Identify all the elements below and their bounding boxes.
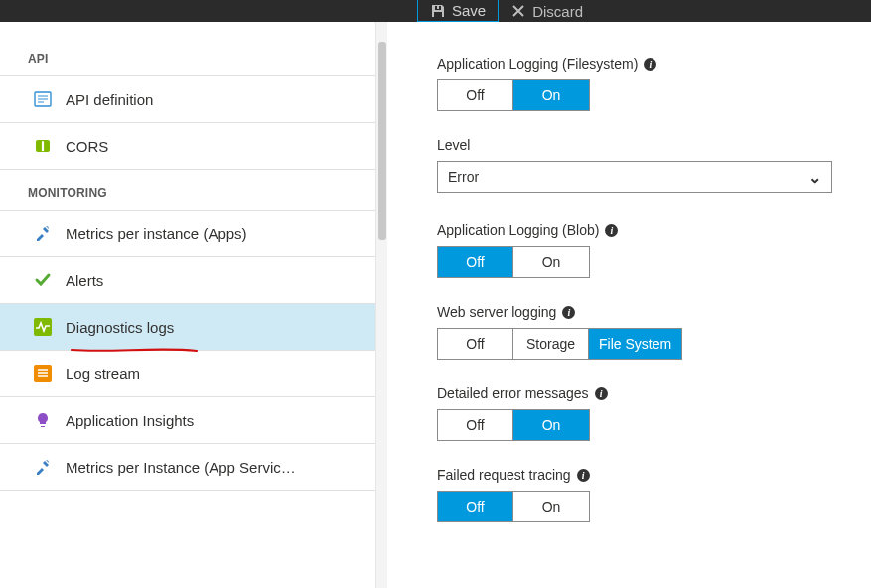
sidebar-item-label: Diagnostics logs xyxy=(66,319,174,336)
settings-pane: Application Logging (Filesystem) i Off O… xyxy=(387,22,871,548)
toggle-off[interactable]: Off xyxy=(438,247,513,277)
level-value: Error xyxy=(448,169,479,185)
toggle-storage[interactable]: Storage xyxy=(513,329,589,359)
tools-icon xyxy=(34,458,52,476)
close-icon xyxy=(510,3,526,19)
toggle-on[interactable]: On xyxy=(513,247,589,277)
info-icon[interactable]: i xyxy=(644,58,656,71)
toggle-off[interactable]: Off xyxy=(438,80,513,110)
toggle-off[interactable]: Off xyxy=(438,492,513,521)
cors-icon xyxy=(34,137,52,155)
pulse-icon xyxy=(34,318,52,336)
sidebar-item-label: CORS xyxy=(66,138,108,155)
section-api-header: API xyxy=(0,36,375,75)
api-definition-icon xyxy=(34,90,52,108)
app-logging-fs-toggle[interactable]: Off On xyxy=(437,79,590,111)
app-logging-blob-toggle[interactable]: Off On xyxy=(437,246,590,278)
sidebar-item-label: Metrics per Instance (App Servic… xyxy=(66,459,296,476)
save-label: Save xyxy=(452,2,486,19)
sidebar-item-label: Alerts xyxy=(66,272,103,289)
sidebar-item-label: Log stream xyxy=(66,366,140,382)
toggle-filesystem[interactable]: File System xyxy=(589,329,681,359)
detailed-errors-label: Detailed error messages i xyxy=(437,385,853,401)
discard-label: Discard xyxy=(532,3,583,20)
chevron-down-icon: ⌄ xyxy=(808,168,821,187)
failed-request-label: Failed request tracing i xyxy=(437,467,853,483)
svg-point-2 xyxy=(42,149,44,151)
toggle-off[interactable]: Off xyxy=(438,329,513,359)
web-server-logging-toggle[interactable]: Off Storage File System xyxy=(437,328,682,360)
discard-button[interactable]: Discard xyxy=(499,0,595,22)
sidebar-item-cors[interactable]: CORS xyxy=(0,123,375,170)
info-icon[interactable]: i xyxy=(562,306,575,319)
toggle-off[interactable]: Off xyxy=(438,410,513,440)
sidebar-item-log-stream[interactable]: Log stream xyxy=(0,351,375,397)
sidebar: API API definition CORS MONITORING Metri… xyxy=(0,22,375,588)
bulb-icon xyxy=(34,411,52,429)
app-logging-fs-label: Application Logging (Filesystem) i xyxy=(437,56,853,72)
app-logging-blob-label: Application Logging (Blob) i xyxy=(437,222,853,238)
web-server-logging-label: Web server logging i xyxy=(437,304,853,320)
sidebar-item-api-definition[interactable]: API definition xyxy=(0,75,375,123)
stream-icon xyxy=(34,365,52,382)
toggle-on[interactable]: On xyxy=(513,80,589,110)
info-icon[interactable]: i xyxy=(595,387,608,400)
sidebar-item-label: API definition xyxy=(66,91,153,108)
sidebar-item-diagnostics-logs[interactable]: Diagnostics logs xyxy=(0,304,375,351)
command-bar: Save Discard xyxy=(0,0,871,22)
sidebar-item-metrics-apps[interactable]: Metrics per instance (Apps) xyxy=(0,210,375,257)
failed-request-toggle[interactable]: Off On xyxy=(437,491,590,522)
level-select[interactable]: Error ⌄ xyxy=(437,161,832,193)
sidebar-item-application-insights[interactable]: Application Insights xyxy=(0,397,375,444)
section-monitoring-header: MONITORING xyxy=(0,170,375,210)
toggle-on[interactable]: On xyxy=(513,410,589,440)
detailed-errors-toggle[interactable]: Off On xyxy=(437,409,590,441)
check-icon xyxy=(34,271,52,289)
sidebar-item-label: Metrics per instance (Apps) xyxy=(66,225,247,242)
tools-icon xyxy=(34,224,52,242)
save-icon xyxy=(430,3,446,19)
sidebar-item-label: Application Insights xyxy=(66,412,194,429)
level-label: Level xyxy=(437,137,853,153)
info-icon[interactable]: i xyxy=(605,224,618,237)
sidebar-item-metrics-appservice[interactable]: Metrics per Instance (App Servic… xyxy=(0,444,375,491)
sidebar-item-alerts[interactable]: Alerts xyxy=(0,257,375,304)
sidebar-scrollbar[interactable] xyxy=(375,22,387,588)
save-button[interactable]: Save xyxy=(417,0,499,22)
info-icon[interactable]: i xyxy=(577,469,590,482)
toggle-on[interactable]: On xyxy=(513,492,589,521)
